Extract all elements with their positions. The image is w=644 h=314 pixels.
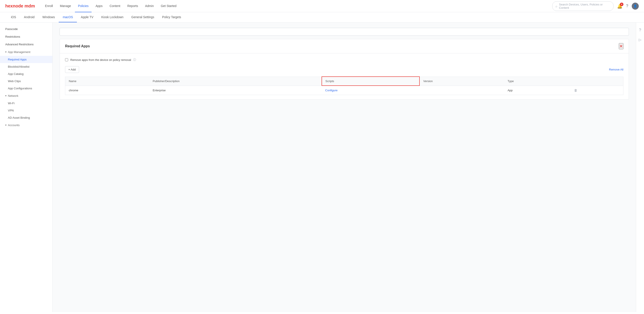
nav-reports[interactable]: Reports xyxy=(124,0,141,12)
table-header-row: Name Publisher/Description Scripts Versi… xyxy=(65,77,624,86)
app-version xyxy=(420,86,504,95)
sidebar-section-network-label: Network xyxy=(8,94,18,98)
logo-mdm: mdm xyxy=(23,4,35,8)
app-name: chrome xyxy=(65,86,149,95)
top-nav: hexnode mdm Enroll Manage Policies Apps … xyxy=(0,0,644,12)
panel-header: Required Apps ✕ xyxy=(60,39,629,54)
sidebar-item-ad-asset-binding[interactable]: AD Asset Binding xyxy=(0,114,52,121)
checkbox-row: Remove apps from the device on policy re… xyxy=(65,58,624,62)
sidebar-item-passcode[interactable]: Passcode xyxy=(0,25,52,33)
panel-title: Required Apps xyxy=(65,44,90,48)
tab-apple-tv[interactable]: Apple TV xyxy=(77,12,97,22)
tab-android[interactable]: Android xyxy=(20,12,38,22)
panel-body: Remove apps from the device on policy re… xyxy=(60,54,629,100)
col-name: Name xyxy=(65,77,149,86)
tab-macos[interactable]: macOS xyxy=(59,12,77,22)
chevron-right-icon-accounts: ▾ xyxy=(5,124,6,126)
chevron-down-icon-network: ▾ xyxy=(5,94,6,97)
sidebar-item-app-configurations[interactable]: App Configurations xyxy=(0,85,52,92)
main-layout: Passcode Restrictions Advanced Restricti… xyxy=(0,22,644,312)
col-publisher: Publisher/Description xyxy=(149,77,322,86)
sidebar-item-app-catalog[interactable]: App Catalog xyxy=(0,70,52,78)
sidebar-item-blocklist-allowlist[interactable]: Blocklist/Allowlist xyxy=(0,63,52,70)
search-placeholder: Search Devices, Users, Policies or Conte… xyxy=(559,3,610,10)
notification-button[interactable]: 🔔 8 xyxy=(617,4,622,9)
logo-hexnode: hexnode xyxy=(5,4,23,8)
nav-content[interactable]: Content xyxy=(106,0,123,12)
remove-all-button[interactable]: Remove All xyxy=(609,68,624,71)
nav-policies[interactable]: Policies xyxy=(75,0,92,12)
sidebar-item-web-clips[interactable]: Web Clips xyxy=(0,78,52,85)
required-apps-panel: Required Apps ✕ Remove apps from the dev… xyxy=(60,39,629,100)
app-delete: 🗑 xyxy=(570,86,623,95)
col-type: Type xyxy=(504,77,570,86)
side-actions: ? ▷ xyxy=(636,22,644,312)
app-publisher: Enterprise xyxy=(149,86,322,95)
nav-admin[interactable]: Admin xyxy=(142,0,157,12)
nav-links: Enroll Manage Policies Apps Content Repo… xyxy=(42,0,552,12)
delete-icon[interactable]: 🗑 xyxy=(574,88,578,92)
info-icon[interactable]: ⓘ xyxy=(133,58,136,62)
sidebar-item-wifi[interactable]: Wi-Fi xyxy=(0,100,52,107)
sub-tabs: iOS Android Windows macOS Apple TV Kiosk… xyxy=(0,12,644,22)
nav-enroll[interactable]: Enroll xyxy=(42,0,56,12)
remove-apps-checkbox[interactable] xyxy=(65,58,68,61)
help-side-icon[interactable]: ? xyxy=(639,28,641,32)
tab-ios[interactable]: iOS xyxy=(7,12,20,22)
search-box[interactable]: ⌕ Search Devices, Users, Policies or Con… xyxy=(552,1,614,11)
top-text-area[interactable] xyxy=(60,28,629,36)
content-area: Required Apps ✕ Remove apps from the dev… xyxy=(52,22,636,312)
configure-link[interactable]: Configure xyxy=(325,89,338,92)
close-panel-button[interactable]: ✕ xyxy=(619,43,624,49)
add-button[interactable]: + Add xyxy=(65,66,79,73)
table-row: chrome Enterprise Configure App 🗑 xyxy=(65,86,624,95)
sidebar-item-advanced-restrictions[interactable]: Advanced Restrictions xyxy=(0,40,52,48)
nav-manage[interactable]: Manage xyxy=(57,0,74,12)
help-icon[interactable]: ? xyxy=(626,4,628,8)
search-icon: ⌕ xyxy=(556,4,557,8)
tab-kiosk-lockdown[interactable]: Kiosk Lockdown xyxy=(97,12,127,22)
nav-apps[interactable]: Apps xyxy=(92,0,106,12)
chevron-down-icon: ▾ xyxy=(5,50,6,54)
apps-table: Name Publisher/Description Scripts Versi… xyxy=(65,76,624,95)
sidebar-item-vpn[interactable]: VPN xyxy=(0,107,52,114)
toolbar: + Add Remove All xyxy=(65,66,624,73)
sidebar-section-app-management-label: App Management xyxy=(8,50,30,54)
sidebar-item-required-apps[interactable]: Required Apps xyxy=(0,56,52,63)
user-avatar[interactable]: 👤 xyxy=(632,3,639,10)
notification-badge: 8 xyxy=(620,3,624,6)
tab-policy-targets[interactable]: Policy Targets xyxy=(158,12,185,22)
sidebar-section-accounts-label: Accounts xyxy=(8,124,20,127)
sidebar: Passcode Restrictions Advanced Restricti… xyxy=(0,22,52,312)
play-side-icon[interactable]: ▷ xyxy=(639,38,641,42)
avatar-icon: 👤 xyxy=(634,4,637,8)
app-scripts: Configure xyxy=(322,86,420,95)
remove-apps-label: Remove apps from the device on policy re… xyxy=(70,58,131,62)
nav-get-started[interactable]: Get Started xyxy=(158,0,180,12)
tab-windows[interactable]: Windows xyxy=(38,12,59,22)
sidebar-section-accounts[interactable]: ▾ Accounts xyxy=(0,121,52,129)
logo: hexnode mdm xyxy=(5,4,35,8)
app-type: App xyxy=(504,86,570,95)
sidebar-section-network[interactable]: ▾ Network xyxy=(0,92,52,100)
col-actions xyxy=(570,77,623,86)
sidebar-section-app-management[interactable]: ▾ App Management xyxy=(0,48,52,56)
nav-right: ⌕ Search Devices, Users, Policies or Con… xyxy=(552,1,639,11)
tab-general-settings[interactable]: General Settings xyxy=(128,12,158,22)
col-version: Version xyxy=(420,77,504,86)
sidebar-item-restrictions[interactable]: Restrictions xyxy=(0,33,52,40)
col-scripts: Scripts xyxy=(322,77,420,86)
